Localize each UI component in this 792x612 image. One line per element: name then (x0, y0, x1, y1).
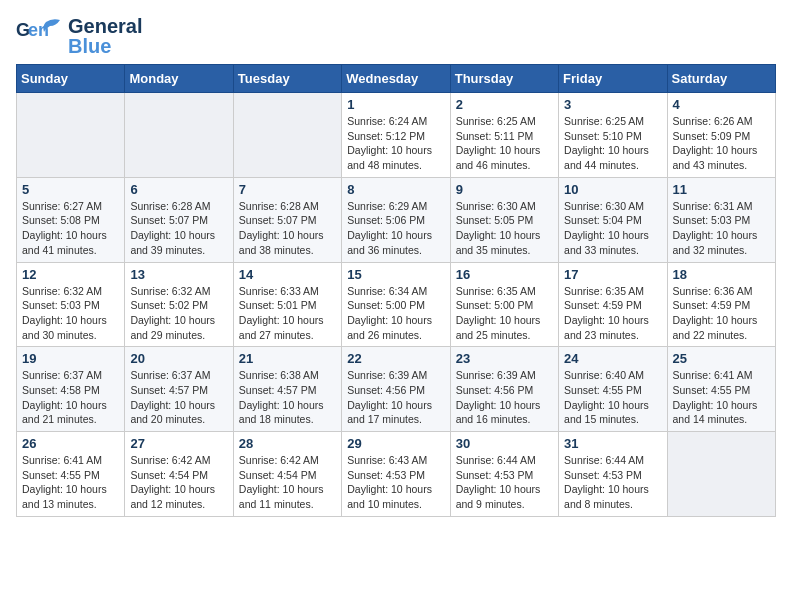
calendar-cell (125, 93, 233, 178)
calendar-cell: 3Sunrise: 6:25 AM Sunset: 5:10 PM Daylig… (559, 93, 667, 178)
calendar-cell: 7Sunrise: 6:28 AM Sunset: 5:07 PM Daylig… (233, 177, 341, 262)
calendar-cell: 11Sunrise: 6:31 AM Sunset: 5:03 PM Dayli… (667, 177, 775, 262)
cell-info: Sunrise: 6:35 AM Sunset: 4:59 PM Dayligh… (564, 284, 661, 343)
cell-info: Sunrise: 6:31 AM Sunset: 5:03 PM Dayligh… (673, 199, 770, 258)
cell-info: Sunrise: 6:38 AM Sunset: 4:57 PM Dayligh… (239, 368, 336, 427)
day-number: 28 (239, 436, 336, 451)
cell-info: Sunrise: 6:27 AM Sunset: 5:08 PM Dayligh… (22, 199, 119, 258)
cell-info: Sunrise: 6:29 AM Sunset: 5:06 PM Dayligh… (347, 199, 444, 258)
day-number: 11 (673, 182, 770, 197)
calendar-cell: 18Sunrise: 6:36 AM Sunset: 4:59 PM Dayli… (667, 262, 775, 347)
day-header-sunday: Sunday (17, 65, 125, 93)
cell-info: Sunrise: 6:24 AM Sunset: 5:12 PM Dayligh… (347, 114, 444, 173)
day-number: 16 (456, 267, 553, 282)
day-number: 9 (456, 182, 553, 197)
day-number: 8 (347, 182, 444, 197)
calendar-cell: 13Sunrise: 6:32 AM Sunset: 5:02 PM Dayli… (125, 262, 233, 347)
calendar-week-3: 12Sunrise: 6:32 AM Sunset: 5:03 PM Dayli… (17, 262, 776, 347)
calendar-cell (233, 93, 341, 178)
day-number: 29 (347, 436, 444, 451)
day-number: 23 (456, 351, 553, 366)
logo-line1: General (68, 16, 142, 36)
calendar-cell: 12Sunrise: 6:32 AM Sunset: 5:03 PM Dayli… (17, 262, 125, 347)
calendar-cell: 10Sunrise: 6:30 AM Sunset: 5:04 PM Dayli… (559, 177, 667, 262)
day-header-tuesday: Tuesday (233, 65, 341, 93)
day-number: 19 (22, 351, 119, 366)
calendar-cell: 27Sunrise: 6:42 AM Sunset: 4:54 PM Dayli… (125, 432, 233, 517)
calendar-week-4: 19Sunrise: 6:37 AM Sunset: 4:58 PM Dayli… (17, 347, 776, 432)
day-number: 5 (22, 182, 119, 197)
day-number: 27 (130, 436, 227, 451)
day-number: 17 (564, 267, 661, 282)
day-number: 7 (239, 182, 336, 197)
cell-info: Sunrise: 6:36 AM Sunset: 4:59 PM Dayligh… (673, 284, 770, 343)
calendar-cell: 22Sunrise: 6:39 AM Sunset: 4:56 PM Dayli… (342, 347, 450, 432)
calendar-cell (667, 432, 775, 517)
day-number: 18 (673, 267, 770, 282)
logo-line2: Blue (68, 36, 142, 56)
day-number: 21 (239, 351, 336, 366)
cell-info: Sunrise: 6:28 AM Sunset: 5:07 PM Dayligh… (239, 199, 336, 258)
cell-info: Sunrise: 6:44 AM Sunset: 4:53 PM Dayligh… (564, 453, 661, 512)
calendar-cell: 8Sunrise: 6:29 AM Sunset: 5:06 PM Daylig… (342, 177, 450, 262)
day-number: 2 (456, 97, 553, 112)
day-number: 14 (239, 267, 336, 282)
calendar-cell: 17Sunrise: 6:35 AM Sunset: 4:59 PM Dayli… (559, 262, 667, 347)
cell-info: Sunrise: 6:30 AM Sunset: 5:04 PM Dayligh… (564, 199, 661, 258)
calendar-cell: 25Sunrise: 6:41 AM Sunset: 4:55 PM Dayli… (667, 347, 775, 432)
day-number: 1 (347, 97, 444, 112)
calendar-cell: 28Sunrise: 6:42 AM Sunset: 4:54 PM Dayli… (233, 432, 341, 517)
cell-info: Sunrise: 6:34 AM Sunset: 5:00 PM Dayligh… (347, 284, 444, 343)
cell-info: Sunrise: 6:44 AM Sunset: 4:53 PM Dayligh… (456, 453, 553, 512)
cell-info: Sunrise: 6:32 AM Sunset: 5:03 PM Dayligh… (22, 284, 119, 343)
cell-info: Sunrise: 6:41 AM Sunset: 4:55 PM Dayligh… (22, 453, 119, 512)
calendar-cell: 31Sunrise: 6:44 AM Sunset: 4:53 PM Dayli… (559, 432, 667, 517)
cell-info: Sunrise: 6:37 AM Sunset: 4:57 PM Dayligh… (130, 368, 227, 427)
calendar-cell: 2Sunrise: 6:25 AM Sunset: 5:11 PM Daylig… (450, 93, 558, 178)
cell-info: Sunrise: 6:25 AM Sunset: 5:10 PM Dayligh… (564, 114, 661, 173)
cell-info: Sunrise: 6:40 AM Sunset: 4:55 PM Dayligh… (564, 368, 661, 427)
day-number: 22 (347, 351, 444, 366)
cell-info: Sunrise: 6:33 AM Sunset: 5:01 PM Dayligh… (239, 284, 336, 343)
calendar-cell: 26Sunrise: 6:41 AM Sunset: 4:55 PM Dayli… (17, 432, 125, 517)
cell-info: Sunrise: 6:30 AM Sunset: 5:05 PM Dayligh… (456, 199, 553, 258)
cell-info: Sunrise: 6:43 AM Sunset: 4:53 PM Dayligh… (347, 453, 444, 512)
calendar-week-2: 5Sunrise: 6:27 AM Sunset: 5:08 PM Daylig… (17, 177, 776, 262)
day-header-saturday: Saturday (667, 65, 775, 93)
day-number: 26 (22, 436, 119, 451)
cell-info: Sunrise: 6:39 AM Sunset: 4:56 PM Dayligh… (456, 368, 553, 427)
calendar-cell: 19Sunrise: 6:37 AM Sunset: 4:58 PM Dayli… (17, 347, 125, 432)
cell-info: Sunrise: 6:37 AM Sunset: 4:58 PM Dayligh… (22, 368, 119, 427)
cell-info: Sunrise: 6:26 AM Sunset: 5:09 PM Dayligh… (673, 114, 770, 173)
calendar-table: SundayMondayTuesdayWednesdayThursdayFrid… (16, 64, 776, 517)
calendar-cell: 4Sunrise: 6:26 AM Sunset: 5:09 PM Daylig… (667, 93, 775, 178)
day-number: 30 (456, 436, 553, 451)
page-header: G en General Blue (16, 16, 776, 56)
day-number: 15 (347, 267, 444, 282)
calendar-week-1: 1Sunrise: 6:24 AM Sunset: 5:12 PM Daylig… (17, 93, 776, 178)
calendar-cell: 1Sunrise: 6:24 AM Sunset: 5:12 PM Daylig… (342, 93, 450, 178)
day-number: 4 (673, 97, 770, 112)
cell-info: Sunrise: 6:42 AM Sunset: 4:54 PM Dayligh… (130, 453, 227, 512)
calendar-header-row: SundayMondayTuesdayWednesdayThursdayFrid… (17, 65, 776, 93)
day-number: 3 (564, 97, 661, 112)
day-number: 25 (673, 351, 770, 366)
day-header-friday: Friday (559, 65, 667, 93)
day-number: 20 (130, 351, 227, 366)
cell-info: Sunrise: 6:41 AM Sunset: 4:55 PM Dayligh… (673, 368, 770, 427)
calendar-cell: 16Sunrise: 6:35 AM Sunset: 5:00 PM Dayli… (450, 262, 558, 347)
calendar-cell (17, 93, 125, 178)
cell-info: Sunrise: 6:32 AM Sunset: 5:02 PM Dayligh… (130, 284, 227, 343)
cell-info: Sunrise: 6:28 AM Sunset: 5:07 PM Dayligh… (130, 199, 227, 258)
calendar-cell: 15Sunrise: 6:34 AM Sunset: 5:00 PM Dayli… (342, 262, 450, 347)
day-header-thursday: Thursday (450, 65, 558, 93)
cell-info: Sunrise: 6:39 AM Sunset: 4:56 PM Dayligh… (347, 368, 444, 427)
calendar-week-5: 26Sunrise: 6:41 AM Sunset: 4:55 PM Dayli… (17, 432, 776, 517)
day-number: 12 (22, 267, 119, 282)
day-number: 6 (130, 182, 227, 197)
logo: G en General Blue (16, 16, 142, 56)
calendar-cell: 30Sunrise: 6:44 AM Sunset: 4:53 PM Dayli… (450, 432, 558, 517)
cell-info: Sunrise: 6:42 AM Sunset: 4:54 PM Dayligh… (239, 453, 336, 512)
calendar-cell: 9Sunrise: 6:30 AM Sunset: 5:05 PM Daylig… (450, 177, 558, 262)
calendar-cell: 24Sunrise: 6:40 AM Sunset: 4:55 PM Dayli… (559, 347, 667, 432)
